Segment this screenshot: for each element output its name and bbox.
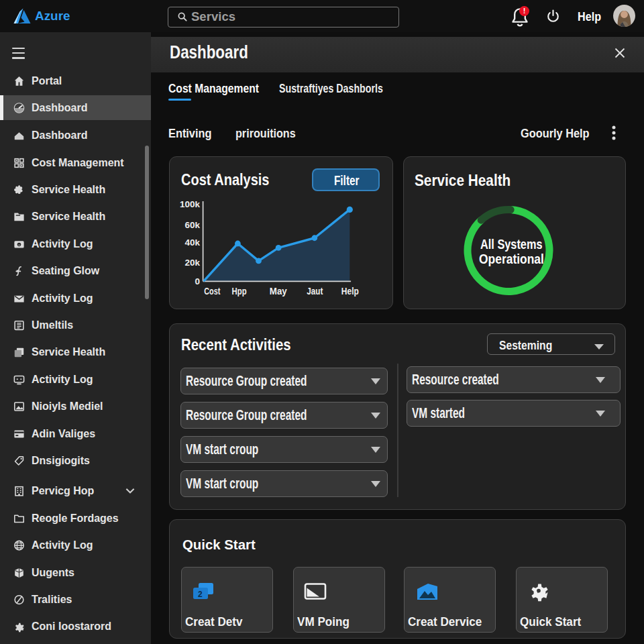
svg-text:Help: Help xyxy=(341,286,359,297)
svg-text:May: May xyxy=(270,286,287,297)
svg-text:100k: 100k xyxy=(180,199,201,209)
svg-text:40k: 40k xyxy=(184,237,200,248)
svg-text:60k: 60k xyxy=(184,220,200,230)
svg-text:2: 2 xyxy=(198,590,203,599)
svg-text:Cost: Cost xyxy=(204,286,220,297)
svg-text:Hpp: Hpp xyxy=(232,286,247,297)
svg-text:20k: 20k xyxy=(184,258,200,268)
svg-text:0: 0 xyxy=(195,276,200,286)
svg-text:Jaut: Jaut xyxy=(307,286,323,297)
